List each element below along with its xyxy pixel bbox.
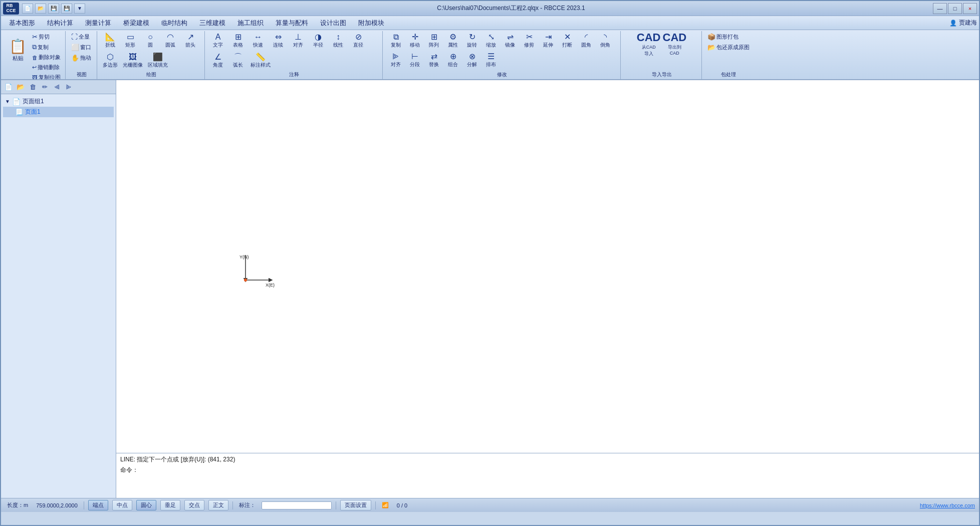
command-line-1: LINE: 指定下一个点或 [放弃(U)]: (841, 232) bbox=[120, 455, 975, 464]
segment-button[interactable]: ⊢ 分段 bbox=[406, 52, 424, 69]
scale-button[interactable]: ⤡ 缩放 bbox=[482, 32, 500, 50]
snap-intersection-button[interactable]: 交点 bbox=[184, 500, 204, 510]
radius-dim-button[interactable]: ◑ 半径 bbox=[309, 32, 327, 50]
break-button[interactable]: ✕ 打断 bbox=[558, 32, 576, 50]
arclength-dim-button[interactable]: ⌒ 弧长 bbox=[229, 52, 247, 70]
minimize-button[interactable]: — bbox=[933, 3, 947, 14]
fill-button[interactable]: ⬛ 区域填充 bbox=[146, 52, 169, 70]
menu-temp-structure[interactable]: 临时结构 bbox=[155, 17, 193, 30]
quick-dim-button[interactable]: ↔ 快速 bbox=[249, 32, 267, 50]
snap-center-button[interactable]: 圆心 bbox=[136, 500, 156, 510]
axis-svg: Y(N) X(E) bbox=[235, 252, 276, 288]
dim-style-button[interactable]: 📏 标注样式 bbox=[249, 52, 272, 70]
chamfer-button[interactable]: ◝ 倒角 bbox=[596, 32, 614, 50]
menu-bridge-model[interactable]: 桥梁建模 bbox=[117, 17, 155, 30]
linear-dim-button[interactable]: ↕ 线性 bbox=[329, 32, 347, 50]
sidebar-edit-button[interactable]: ✏ bbox=[39, 82, 50, 93]
cad-export-button[interactable]: CAD 导出到CAD bbox=[663, 32, 687, 56]
cad-import-button[interactable]: CAD 从CAD导入 bbox=[637, 32, 661, 57]
move-button[interactable]: ✛ 移动 bbox=[406, 32, 424, 50]
sidebar: 📄 📂 🗑 ✏ ⫷ ⫸ ▼ 📄 页面组1 📃 页面1 bbox=[1, 80, 116, 498]
open-button[interactable]: 📂 bbox=[35, 4, 46, 14]
menu-measure-calc[interactable]: 测量计算 bbox=[79, 17, 117, 30]
array-button[interactable]: ⊞ 阵列 bbox=[425, 32, 443, 50]
arrow-button[interactable]: ↗ 箭头 bbox=[181, 32, 199, 50]
menu-design-drawing[interactable]: 设计出图 bbox=[314, 17, 352, 30]
circle-button[interactable]: ○ 圆 bbox=[141, 32, 159, 50]
pack-button[interactable]: 📦 图形打包 bbox=[706, 32, 751, 42]
copy-modify-button[interactable]: ⧉ 复制 bbox=[387, 32, 405, 50]
align-dim-button[interactable]: ⊥ 对齐 bbox=[289, 32, 307, 50]
snap-perpendicular-button[interactable]: 垂足 bbox=[160, 500, 180, 510]
user-info: 👤 贾建海 bbox=[949, 19, 977, 27]
close-button[interactable]: × bbox=[963, 3, 977, 14]
copy-button[interactable]: ⧉ 复制 bbox=[31, 42, 62, 52]
explode-button[interactable]: ⊗ 分解 bbox=[463, 52, 481, 69]
cut-button[interactable]: ✂ 剪切 bbox=[31, 32, 62, 42]
arc-button[interactable]: ◠ 圆弧 bbox=[161, 32, 179, 50]
table-button[interactable]: ⊞ 表格 bbox=[229, 32, 247, 50]
raster-image-button[interactable]: 🖼 光栅图像 bbox=[121, 52, 144, 70]
snap-endpoint-button[interactable]: 端点 bbox=[88, 500, 108, 510]
qa-dropdown-button[interactable]: ▼ bbox=[74, 4, 85, 14]
menu-basic-shapes[interactable]: 基本图形 bbox=[3, 17, 41, 30]
snap-midpoint-button[interactable]: 中点 bbox=[112, 500, 132, 510]
view-label: 视图 bbox=[77, 70, 87, 78]
sidebar-align-right-button[interactable]: ⫸ bbox=[63, 82, 74, 93]
sidebar-delete-button[interactable]: 🗑 bbox=[27, 82, 38, 93]
text-mode-button[interactable]: 正文 bbox=[208, 500, 228, 510]
tree-item-page1[interactable]: 📃 页面1 bbox=[3, 107, 114, 117]
menu-structural-calc[interactable]: 结构计算 bbox=[41, 17, 79, 30]
save-button[interactable]: 💾 bbox=[48, 4, 59, 14]
menu-addon[interactable]: 附加模块 bbox=[352, 17, 390, 30]
command-area: LINE: 指定下一个点或 [放弃(U)]: (841, 232) 命令： bbox=[116, 453, 979, 498]
trim-button[interactable]: ✂ 修剪 bbox=[520, 32, 538, 50]
combine-button[interactable]: ⊕ 组合 bbox=[444, 52, 462, 69]
svg-text:Y(N): Y(N) bbox=[239, 254, 249, 259]
new-button[interactable]: 📄 bbox=[22, 4, 33, 14]
sidebar-align-left-button[interactable]: ⫷ bbox=[51, 82, 62, 93]
annotation-input[interactable] bbox=[262, 501, 332, 509]
property-button[interactable]: ⚙ 属性 bbox=[444, 32, 462, 50]
toolbar-package-group: 📦 图形打包 📂 包还原成原图 包处理 bbox=[703, 31, 754, 79]
polygon-button[interactable]: ⬡ 多边形 bbox=[101, 52, 119, 70]
align-modify-button[interactable]: ⫸ 对齐 bbox=[387, 52, 405, 69]
titlebar: RBCCE 📄 📂 💾 💾 ▼ C:\Users\hai07\Documents… bbox=[1, 1, 979, 16]
undo-delete-button[interactable]: ↩ 撤销删除 bbox=[31, 63, 62, 72]
rect-button[interactable]: ▭ 矩形 bbox=[121, 32, 139, 50]
sidebar-open-button[interactable]: 📂 bbox=[15, 82, 26, 93]
extend-button[interactable]: ⇥ 延伸 bbox=[539, 32, 557, 50]
canvas-area[interactable]: Y(N) X(E) bbox=[116, 80, 979, 453]
angle-dim-button[interactable]: ∠ 角度 bbox=[209, 52, 227, 70]
replace-button[interactable]: ⇄ 替换 bbox=[425, 52, 443, 69]
annotation-label: 标注： bbox=[237, 500, 258, 510]
menu-3d-model[interactable]: 三维建模 bbox=[193, 17, 231, 30]
website-link[interactable]: https://www.rbcce.com bbox=[920, 502, 975, 508]
unpack-button[interactable]: 📂 包还原成原图 bbox=[706, 43, 751, 52]
saveas-button[interactable]: 💾 bbox=[61, 4, 72, 14]
svg-point-2 bbox=[244, 279, 247, 282]
command-line-2: 命令： bbox=[120, 466, 975, 474]
sidebar-new-button[interactable]: 📄 bbox=[3, 82, 14, 93]
copy-bitmap-button[interactable]: 🖼 复制位图 bbox=[31, 73, 62, 80]
continue-dim-button[interactable]: ⇔ 连续 bbox=[269, 32, 287, 50]
maximize-button[interactable]: □ bbox=[948, 3, 962, 14]
delete-object-button[interactable]: 🗑 删除对象 bbox=[31, 53, 62, 62]
command-text-1: LINE: 指定下一个点或 [放弃(U)]: (841, 232) bbox=[120, 456, 235, 463]
diameter-dim-button[interactable]: ⊘ 直径 bbox=[349, 32, 367, 50]
paste-button[interactable]: 📋 粘贴 bbox=[6, 32, 30, 69]
menu-construction[interactable]: 施工组织 bbox=[231, 17, 270, 30]
mirror-button[interactable]: ⇌ 镜像 bbox=[501, 32, 519, 50]
window-controls: — □ × bbox=[933, 3, 977, 14]
window-view-button[interactable]: ⬜ 窗口 bbox=[70, 43, 94, 52]
arrange-button[interactable]: ☰ 排布 bbox=[482, 52, 500, 69]
menu-calc-materials[interactable]: 算量与配料 bbox=[270, 17, 314, 30]
tree-group-header-1[interactable]: ▼ 📄 页面组1 bbox=[3, 96, 114, 107]
fullscreen-button[interactable]: ⛶ 全显 bbox=[70, 32, 94, 42]
polyline-button[interactable]: 📐 折线 bbox=[101, 32, 119, 50]
rotate-button[interactable]: ↻ 旋转 bbox=[463, 32, 481, 50]
text-button[interactable]: A 文字 bbox=[209, 32, 227, 50]
fillet-button[interactable]: ◜ 圆角 bbox=[577, 32, 595, 50]
drag-button[interactable]: ✋ 拖动 bbox=[70, 53, 94, 63]
page-settings-button[interactable]: 页面设置 bbox=[340, 500, 371, 510]
